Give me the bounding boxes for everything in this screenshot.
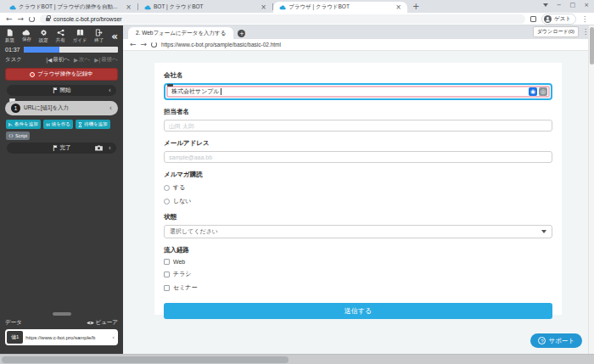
chevron-left-icon[interactable]: ‹ (109, 104, 112, 112)
sidebar-menubar: 新規 保存 設定 共有 ガイド (0, 25, 123, 45)
select-caret-icon (541, 230, 546, 233)
drag-handle-icon[interactable] (167, 84, 173, 87)
chevron-left-icon[interactable]: ‹ (109, 87, 111, 94)
horizontal-scrollbar[interactable] (0, 354, 594, 364)
side-panel-icon[interactable] (530, 16, 536, 22)
window-controls: − □ × (543, 0, 589, 10)
collapse-sidebar-icon[interactable]: « (111, 31, 118, 42)
progress-fill (24, 47, 59, 53)
chrome-tab-3-active[interactable]: ブラウザ | クラウドBOT × (273, 2, 407, 13)
chevron-left-icon[interactable]: ‹ (109, 145, 111, 152)
clear-value-button[interactable]: ◎ (539, 87, 547, 96)
nav-next-button[interactable]: ▶次へ (74, 56, 90, 64)
step-item-1[interactable]: 1 URLに[値1]を入力 ‹ (5, 101, 118, 115)
support-button[interactable]: ? サポート (530, 333, 582, 348)
panel-resize-handle[interactable] (53, 312, 71, 316)
address-bar[interactable]: console.c-bot.pro/browser (40, 14, 525, 24)
reload-icon[interactable] (29, 16, 35, 22)
text-cursor (221, 88, 221, 95)
company-value: 株式会社サンプル (171, 87, 220, 96)
radio-icon[interactable] (164, 199, 170, 204)
back-icon[interactable]: ← (130, 41, 137, 48)
data-key-badge: 値1 (7, 331, 23, 344)
menu-kebab-icon[interactable]: ⋮ (581, 15, 588, 23)
data-section: データ ビューア 値1 https://www.c-bot.pro/sample… (0, 312, 123, 354)
channel-option-web[interactable]: Web (164, 259, 552, 265)
menu-guide[interactable]: ガイド (73, 29, 87, 43)
data-row[interactable]: 値1 https://www.c-bot.pro/sample/b ‹ (5, 329, 118, 345)
tab-action-icon[interactable]: + (238, 30, 245, 37)
newsletter-option-no[interactable]: しない (164, 197, 552, 205)
vertical-scrollbar[interactable] (588, 25, 594, 354)
contact-input[interactable] (164, 120, 552, 132)
minimize-icon[interactable]: − (557, 2, 562, 8)
checkbox-icon[interactable] (164, 285, 170, 291)
downloads-button[interactable]: ダウンロード(0) (533, 26, 579, 37)
nav-first-button[interactable]: |◀最初へ (46, 56, 70, 64)
close-tab-icon[interactable]: × (395, 4, 401, 11)
submit-button[interactable]: 送信する (164, 303, 552, 319)
new-tab-icon[interactable]: + (412, 2, 419, 13)
channel-option-flyer[interactable]: チラシ (164, 270, 552, 278)
skip-last-icon: ▶| (94, 57, 100, 64)
maximize-icon[interactable]: □ (570, 2, 576, 8)
profile-button[interactable]: ゲスト (541, 14, 576, 25)
add-condition-button[interactable]: 条件を追加 (6, 120, 41, 129)
make-value-button[interactable]: 99 値を作る (43, 120, 73, 129)
inner-tab-active[interactable]: 2. Webフォームにデータを入力する (128, 27, 233, 39)
menu-exit[interactable]: 終了 (94, 29, 104, 43)
company-input[interactable]: 株式会社サンプル (166, 86, 550, 98)
menu-new[interactable]: 新規 (5, 29, 14, 43)
task-nav-row: タスク |◀最初へ ▶次へ ▶|最後へ (0, 53, 123, 66)
data-value: https://www.c-bot.pro/sample/b (25, 335, 109, 340)
horizontal-scrollbar-thumb[interactable] (2, 356, 289, 363)
finish-label: 完了 (60, 144, 71, 152)
chevron-down-icon[interactable] (543, 3, 548, 7)
finish-bar[interactable]: 完了 ‹ (7, 143, 116, 154)
cloudbot-favicon (9, 5, 16, 10)
chrome-tab-2[interactable]: BOT | クラウドBOT × (138, 2, 272, 13)
status-select[interactable]: 選択してください (164, 225, 552, 238)
email-input[interactable] (164, 151, 552, 163)
chrome-tab-1[interactable]: クラウドBOT | ブラウザの操作を自動... × (3, 2, 137, 13)
camera-icon[interactable] (95, 145, 103, 151)
checkbox-icon[interactable] (164, 259, 170, 265)
pick-value-button[interactable]: ◉ (529, 87, 537, 96)
menu-share[interactable]: 共有 (56, 29, 65, 43)
inner-address-text[interactable]: https://www.c-bot.pro/sample/basic/basic… (161, 42, 281, 48)
document-icon (6, 29, 14, 36)
viewer-button[interactable]: ビューア (87, 319, 118, 327)
checkbox-icon[interactable] (164, 272, 170, 277)
inner-tab-strip: 2. Webフォームにデータを入力する + ダウンロード(0) ⋮ (123, 25, 594, 39)
back-icon[interactable]: ← (6, 15, 13, 23)
recording-button[interactable]: ブラウザ操作を記録中 (5, 68, 118, 81)
forward-icon[interactable]: → (141, 41, 148, 48)
vertical-scrollbar-thumb[interactable] (590, 27, 594, 64)
support-label: サポート (548, 337, 574, 345)
timer-value: 01:37 (5, 47, 20, 53)
menu-settings[interactable]: 設定 (39, 29, 48, 43)
script-button[interactable]: Script (6, 132, 30, 140)
chevron-left-icon[interactable]: ‹ (112, 334, 116, 341)
close-tab-icon[interactable]: × (126, 4, 132, 11)
lock-icon (46, 18, 50, 21)
channel-option-seminar[interactable]: セミナー (164, 283, 552, 292)
start-bar[interactable]: 開始 ‹ (7, 85, 116, 96)
step-label: URLに[値1]を入力 (24, 104, 69, 112)
forward-icon[interactable]: → (18, 15, 25, 23)
chrome-toolbar: ← → console.c-bot.pro/browser ゲスト ⋮ (0, 13, 594, 25)
nav-last-button[interactable]: ▶|最後へ (94, 56, 118, 64)
question-mark-icon: ? (538, 337, 546, 344)
add-wait-button[interactable]: 待機を追加 (76, 120, 110, 129)
flag-icon (53, 87, 58, 93)
inner-toolbar-right: ダウンロード(0) ⋮ (533, 26, 589, 39)
close-window-icon[interactable]: × (584, 2, 589, 8)
reload-icon[interactable] (151, 42, 157, 48)
company-field-highlighted[interactable]: 株式会社サンプル ◉ ◎ (164, 83, 552, 100)
close-tab-icon[interactable]: × (261, 4, 266, 11)
newsletter-option-yes[interactable]: する (164, 183, 552, 192)
menu-save[interactable]: 保存 (22, 30, 31, 42)
web-page-content: 会社名 株式会社サンプル ◉ ◎ 担当者名 メ (123, 51, 594, 354)
flag-icon (53, 145, 58, 151)
radio-icon[interactable] (164, 185, 170, 191)
